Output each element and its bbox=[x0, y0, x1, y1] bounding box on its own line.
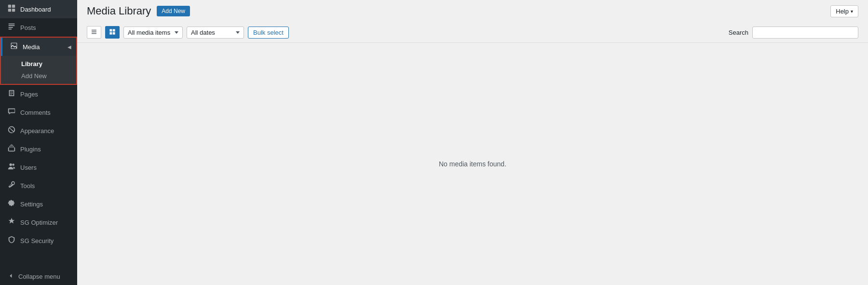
sidebar-item-comments[interactable]: Comments bbox=[0, 103, 77, 122]
svg-rect-3 bbox=[12, 9, 15, 12]
help-chevron-icon: ▾ bbox=[851, 9, 853, 14]
svg-rect-1 bbox=[12, 5, 15, 8]
appearance-icon bbox=[7, 125, 16, 136]
submenu-item-add-new[interactable]: Add New bbox=[1, 70, 76, 82]
comments-icon bbox=[7, 107, 16, 118]
grid-view-button[interactable] bbox=[105, 26, 120, 39]
svg-rect-8 bbox=[109, 32, 112, 35]
settings-icon bbox=[7, 199, 16, 209]
sidebar-item-label: Pages bbox=[20, 91, 38, 98]
sidebar: Dashboard Posts Media ◀ Library Add New … bbox=[0, 0, 77, 285]
media-type-filter[interactable]: All media itemsImagesAudioVideoDocuments… bbox=[123, 27, 183, 39]
sidebar-item-media-label: Media bbox=[23, 43, 40, 51]
svg-rect-9 bbox=[113, 32, 115, 35]
sidebar-item-label: SG Optimizer bbox=[20, 219, 58, 226]
media-content-area: No media items found. bbox=[77, 43, 868, 285]
dashboard-icon bbox=[7, 4, 16, 14]
media-submenu: Library Add New bbox=[1, 56, 76, 84]
add-new-button[interactable]: Add New bbox=[157, 6, 190, 16]
main-content: Media Library Add New Help ▾ All media i… bbox=[77, 0, 868, 285]
sidebar-item-label: Settings bbox=[20, 201, 43, 208]
sidebar-item-label: SG Security bbox=[20, 237, 54, 244]
sidebar-item-plugins[interactable]: Plugins bbox=[0, 140, 77, 158]
sidebar-item-settings[interactable]: Settings bbox=[0, 195, 77, 213]
toolbar: All media itemsImagesAudioVideoDocuments… bbox=[77, 22, 868, 43]
sg-security-icon bbox=[7, 235, 16, 246]
sidebar-item-tools[interactable]: Tools bbox=[0, 176, 77, 195]
list-view-button[interactable] bbox=[87, 26, 101, 39]
svg-rect-2 bbox=[8, 9, 11, 12]
posts-icon bbox=[7, 22, 16, 33]
sidebar-item-appearance[interactable]: Appearance bbox=[0, 122, 77, 140]
tools-icon bbox=[7, 180, 16, 191]
svg-rect-7 bbox=[113, 29, 115, 32]
search-label: Search bbox=[729, 29, 748, 36]
sg-optimizer-icon bbox=[7, 217, 16, 228]
sidebar-item-label: Appearance bbox=[20, 127, 54, 135]
search-area: Search bbox=[729, 27, 858, 39]
sidebar-item-label: Plugins bbox=[20, 146, 41, 153]
date-filter[interactable]: All datesJanuary 2024February 2024 bbox=[187, 27, 244, 39]
plugins-icon bbox=[7, 144, 16, 154]
help-button[interactable]: Help ▾ bbox=[830, 5, 858, 17]
sidebar-item-label: Users bbox=[20, 164, 37, 171]
sidebar-item-label: Tools bbox=[20, 182, 35, 190]
sidebar-item-pages[interactable]: Pages bbox=[0, 85, 77, 103]
svg-rect-0 bbox=[8, 5, 11, 8]
sidebar-item-users[interactable]: Users bbox=[0, 158, 77, 176]
svg-point-5 bbox=[12, 163, 14, 166]
sidebar-item-sg-optimizer[interactable]: SG Optimizer bbox=[0, 213, 77, 231]
empty-state-message: No media items found. bbox=[439, 160, 506, 168]
media-section: Media ◀ Library Add New bbox=[0, 37, 77, 85]
sidebar-item-posts[interactable]: Posts bbox=[0, 18, 77, 37]
list-view-icon bbox=[91, 29, 97, 37]
bulk-select-button[interactable]: Bulk select bbox=[248, 27, 289, 39]
submenu-item-library[interactable]: Library bbox=[1, 58, 76, 70]
users-icon bbox=[7, 162, 16, 173]
svg-point-4 bbox=[10, 163, 12, 166]
page-title: Media Library bbox=[87, 5, 151, 17]
sidebar-item-media[interactable]: Media ◀ bbox=[1, 38, 76, 56]
collapse-icon bbox=[7, 272, 14, 281]
grid-view-icon bbox=[109, 29, 116, 37]
search-input[interactable] bbox=[752, 27, 858, 39]
topbar-left: Media Library Add New bbox=[87, 5, 190, 17]
pages-icon bbox=[7, 89, 16, 99]
topbar: Media Library Add New Help ▾ bbox=[77, 0, 868, 22]
svg-rect-6 bbox=[109, 29, 112, 32]
sidebar-item-label: Dashboard bbox=[20, 6, 51, 13]
sidebar-item-dashboard[interactable]: Dashboard bbox=[0, 0, 77, 18]
help-label: Help bbox=[836, 8, 849, 15]
media-icon bbox=[9, 41, 19, 52]
sidebar-item-label: Comments bbox=[20, 109, 51, 116]
media-arrow-icon: ◀ bbox=[68, 44, 71, 50]
collapse-menu-label: Collapse menu bbox=[18, 273, 60, 280]
sidebar-item-sg-security[interactable]: SG Security bbox=[0, 231, 77, 250]
sidebar-item-label: Posts bbox=[20, 24, 36, 31]
collapse-menu-button[interactable]: Collapse menu bbox=[0, 268, 77, 285]
